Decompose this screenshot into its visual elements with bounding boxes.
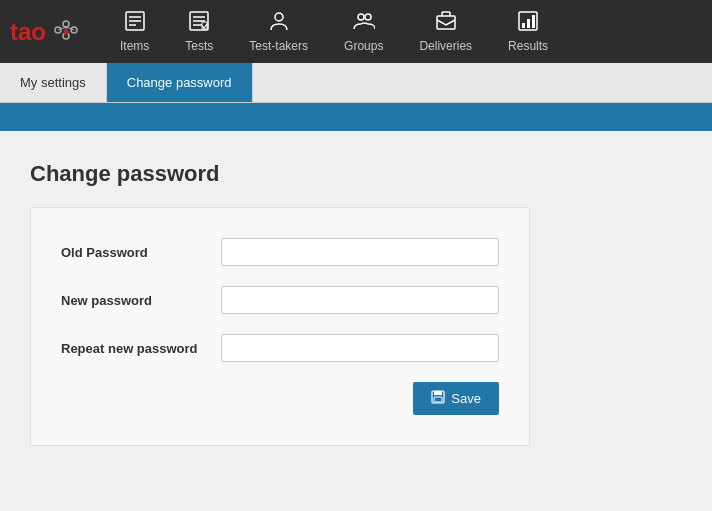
new-password-label: New password	[61, 293, 221, 308]
save-label: Save	[451, 391, 481, 406]
svg-point-17	[275, 13, 283, 21]
tao-logo: tao	[10, 16, 82, 48]
nav-item-results[interactable]: Results	[490, 0, 566, 63]
tests-icon	[188, 10, 210, 35]
nav-item-test-takers[interactable]: Test-takers	[231, 0, 326, 63]
test-takers-label: Test-takers	[249, 39, 308, 53]
main-content: Change password Old Password New passwor…	[0, 131, 712, 476]
nav-item-tests[interactable]: Tests	[167, 0, 231, 63]
svg-rect-20	[437, 16, 455, 29]
svg-rect-27	[532, 15, 535, 28]
repeat-password-label: Repeat new password	[61, 341, 221, 356]
items-label: Items	[120, 39, 149, 53]
repeat-password-row: Repeat new password	[61, 334, 499, 362]
new-password-input[interactable]	[221, 286, 499, 314]
svg-rect-30	[434, 397, 442, 402]
save-icon	[431, 390, 445, 407]
nav-item-items[interactable]: Items	[102, 0, 167, 63]
nav-item-groups[interactable]: Groups	[326, 0, 401, 63]
new-password-row: New password	[61, 286, 499, 314]
results-label: Results	[508, 39, 548, 53]
tab-change-password[interactable]: Change password	[107, 63, 253, 102]
logo-text: tao	[10, 18, 46, 46]
deliveries-label: Deliveries	[419, 39, 472, 53]
save-button[interactable]: Save	[413, 382, 499, 415]
groups-label: Groups	[344, 39, 383, 53]
groups-icon	[353, 10, 375, 35]
svg-point-7	[64, 29, 69, 34]
logo-icon	[50, 16, 82, 48]
nav-item-deliveries[interactable]: Deliveries	[401, 0, 490, 63]
tab-my-settings[interactable]: My settings	[0, 63, 107, 102]
old-password-input[interactable]	[221, 238, 499, 266]
svg-rect-29	[434, 391, 442, 395]
svg-rect-25	[522, 23, 525, 28]
page-title: Change password	[30, 161, 682, 187]
nav-items: Items Tests	[102, 0, 702, 63]
svg-point-0	[63, 21, 69, 27]
old-password-label: Old Password	[61, 245, 221, 260]
change-password-form: Old Password New password Repeat new pas…	[30, 207, 530, 446]
repeat-password-input[interactable]	[221, 334, 499, 362]
tab-bar: My settings Change password	[0, 63, 712, 103]
results-icon	[517, 10, 539, 35]
form-actions: Save	[61, 382, 499, 415]
top-navigation: tao Items	[0, 0, 712, 63]
old-password-row: Old Password	[61, 238, 499, 266]
deliveries-icon	[435, 10, 457, 35]
tests-label: Tests	[185, 39, 213, 53]
svg-point-19	[365, 14, 371, 20]
svg-point-18	[358, 14, 364, 20]
svg-rect-26	[527, 19, 530, 28]
test-takers-icon	[268, 10, 290, 35]
accent-bar	[0, 103, 712, 131]
items-icon	[124, 10, 146, 35]
